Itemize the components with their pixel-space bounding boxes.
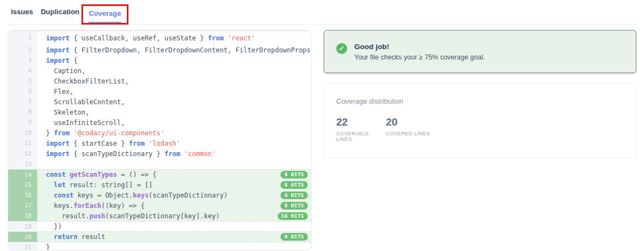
code-line: 6 Flex, [8,86,311,97]
code-line: 20 return result8 HITS [8,231,311,242]
coverage-goal-alert: ✓ Good job! Your file checks your ≥ 75% … [324,30,636,73]
line-number: 15 [8,180,37,190]
tab-duplication[interactable]: Duplication [40,4,79,16]
line-number: 4 [8,65,37,76]
line-number: 14 [8,170,37,180]
line-number: 3 [8,55,37,65]
stat-value: 20 [386,116,436,128]
code-line: 18 result.push(scanTypeDictionary[key].k… [8,211,311,221]
code-text: useInfiniteScroll, [37,117,311,128]
line-number: 17 [8,200,37,211]
code-text: import { startCase } from 'lodash' [37,138,311,148]
code-line: 10} from '@codacy/ui-components' [8,128,311,138]
line-number: 13 [8,159,37,169]
code-text: ScrollableContent, [37,97,311,107]
code-line: 9 useInfiniteScroll, [8,117,311,128]
line-number: 9 [8,117,37,128]
hits-badge: 6 HITS [280,171,308,178]
code-line: 19 }) [8,221,311,231]
code-line: 3import { [8,55,311,65]
code-text: import { useCallback, useRef, useState }… [37,31,311,45]
code-line: 8 Skeleton, [8,107,311,117]
code-lines: 1import { useCallback, useRef, useState … [8,31,311,250]
line-number: 7 [8,97,37,107]
code-text: import { scanTypeDictionary } from 'comm… [37,148,311,159]
code-line: 7 ScrollableContent, [8,97,311,107]
tab-bar: Issues Duplication Coverage [0,4,644,25]
line-number: 1 [8,31,37,45]
stat-covered-lines: 20 COVERED LINES [386,116,436,142]
code-text: const keys = Object.keys(scanTypeDiction… [37,190,311,200]
hits-badge: 56 HITS [278,212,308,220]
line-number: 6 [8,86,37,97]
line-number: 5 [8,76,37,86]
code-line: 12import { scanTypeDictionary } from 'co… [8,148,311,159]
hits-badge: 8 HITS [280,192,308,199]
code-text: Flex, [37,86,311,97]
code-line: 13 [8,159,311,169]
code-line: 2import { FilterDropdown, FilterDropdown… [8,45,311,55]
code-line: 4 Caption, [8,65,311,76]
annotation-box: Coverage [81,4,128,25]
code-text: import { [37,55,311,65]
coverage-distribution-card: Coverage distribution 22 COVERABLE LINES… [324,83,636,158]
line-number: 8 [8,107,37,117]
line-number: 10 [8,128,37,138]
tab-coverage[interactable]: Coverage [89,10,121,23]
tab-issues[interactable]: Issues [11,4,33,16]
code-text: CheckboxFilterList, [37,76,311,86]
stat-value: 22 [336,116,386,128]
line-number: 18 [8,211,37,221]
stat-label: COVERED LINES [386,131,436,136]
code-text: keys.forEach((key) => {8 HITS [37,200,311,211]
code-line: 16 const keys = Object.keys(scanTypeDict… [8,190,311,200]
code-panel: 1import { useCallback, useRef, useState … [8,30,312,250]
code-text: const getScanTypes = () => {6 HITS [37,170,311,180]
stat-coverable-lines: 22 COVERABLE LINES [336,116,386,142]
line-number: 11 [8,138,37,148]
card-title: Coverage distribution [336,97,624,105]
code-line: 5 CheckboxFilterList, [8,76,311,86]
code-line: 1import { useCallback, useRef, useState … [8,31,311,45]
code-text [37,159,311,169]
code-text: result.push(scanTypeDictionary[key].key)… [37,211,311,221]
code-text: return result8 HITS [37,232,311,242]
code-text: Caption, [37,65,311,76]
line-number: 19 [8,222,37,231]
code-text: Skeleton, [37,107,311,117]
code-line: 11import { startCase } from 'lodash' [8,138,311,148]
line-number: 12 [8,148,37,159]
alert-title: Good job! [354,43,485,51]
code-text: import { FilterDropdown, FilterDropdownC… [37,45,311,55]
hits-badge: 8 HITS [280,233,308,241]
code-text: } [37,242,311,250]
alert-message: Your file checks your ≥ 75% coverage goa… [354,53,485,61]
hits-badge: 8 HITS [280,181,308,189]
line-number: 20 [8,232,37,242]
code-line: 17 keys.forEach((key) => {8 HITS [8,200,311,211]
line-number: 2 [8,45,37,55]
code-text: let result: string[] = []8 HITS [37,180,311,190]
code-text: } from '@codacy/ui-components' [37,128,311,138]
stat-label: COVERABLE LINES [336,131,386,142]
code-line: 21} [8,242,311,250]
check-circle-icon: ✓ [336,43,347,54]
tab-bar-divider [8,25,636,25]
code-line: 14const getScanTypes = () => {6 HITS [8,169,311,180]
code-text: }) [37,222,311,231]
code-line: 15 let result: string[] = []8 HITS [8,180,311,190]
line-number: 16 [8,190,37,200]
stats-row: 22 COVERABLE LINES 20 COVERED LINES [336,116,624,142]
line-number: 21 [8,242,37,250]
hits-badge: 8 HITS [280,202,308,210]
